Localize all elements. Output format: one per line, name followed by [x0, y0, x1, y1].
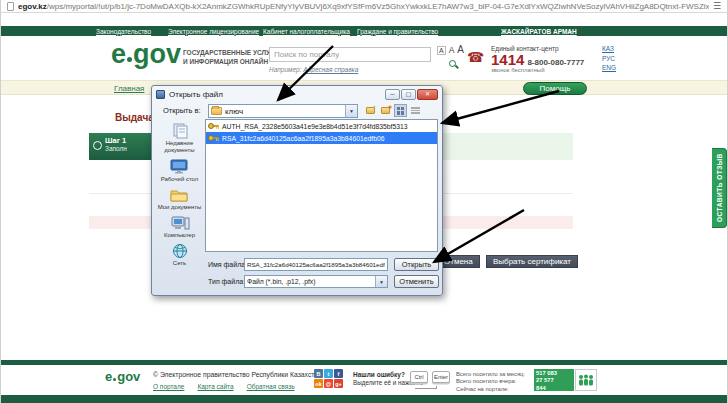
font-size-small-button[interactable]: A [437, 46, 446, 55]
open-button[interactable]: Открыть [394, 258, 439, 271]
recent-documents-icon [170, 122, 190, 139]
my-documents-icon [169, 187, 189, 203]
footer-logo-e: e [105, 371, 112, 382]
keycap-connector [415, 386, 437, 389]
user-account-link[interactable]: ЖАСКАЙРАТОВ АРМАН [501, 28, 577, 35]
lang-rus-link[interactable]: РУС [602, 54, 616, 64]
file-list: AUTH_RSA_2328e5603a41e9e3e8b4d51e3f7d4fd… [205, 119, 438, 252]
odnoklassniki-icon[interactable]: ok [314, 379, 323, 388]
sidebar-item-my-documents[interactable]: Мои документы [158, 187, 202, 211]
hint-example-link[interactable]: Адресная справка [303, 66, 358, 73]
footer-copyright: © Электронное правительство Республики К… [153, 371, 322, 378]
footer-bottom-bar [1, 395, 727, 403]
mailru-icon[interactable]: @ [324, 379, 333, 388]
url-text[interactable]: egov.kz/wps/myportal/!ut/p/b1/jc-7DoMwDA… [18, 2, 709, 11]
dialog-title: Открыть файл [169, 90, 223, 99]
sidebar-item-desktop[interactable]: Рабочий стол [161, 158, 199, 183]
site-header: e gov ГОСУДАРСТВЕННЫЕ УСЛУГИ И ИНФОРМАЦИ… [1, 36, 727, 80]
dropdown-arrow-icon[interactable]: ▼ [375, 276, 387, 287]
file-row-rsa-selected[interactable]: RSA_31fc2a6d40125ac6aa2f1895a3a3b84601ed… [206, 132, 437, 144]
look-in-row: Открыть в: ключ ▼ ↑ ✱ [152, 103, 442, 118]
logo-gov: gov [133, 43, 181, 65]
search-hint: Например: Адресная справка [269, 66, 358, 73]
footer-link-feedback[interactable]: Обратная связь [247, 383, 295, 390]
egov-logo[interactable]: e gov [111, 43, 181, 65]
step-number: Шаг 1 [105, 136, 149, 145]
minimize-button[interactable]: ─ [385, 89, 400, 100]
font-size-large-button[interactable]: A [457, 44, 464, 55]
cancel-button[interactable]: Отмена [437, 255, 480, 268]
search-icon[interactable] [449, 60, 456, 67]
view-menu-button[interactable] [394, 104, 407, 117]
font-size-controls: A A A [437, 44, 464, 55]
footer-link-sitemap[interactable]: Карта сайта [197, 383, 233, 390]
details-view-button[interactable] [409, 104, 422, 117]
top-nav-bar: Законодательство Электронное лицензирова… [1, 26, 727, 36]
google-plus-icon[interactable]: g+ [334, 379, 343, 388]
contact-short-number: 1414 [491, 52, 524, 67]
sidebar-label: Компьютер [164, 232, 195, 239]
nav-link-citizens-government[interactable]: Граждане и правительство [357, 28, 438, 35]
dropdown-arrow-icon[interactable]: ▼ [345, 105, 357, 117]
sidebar-item-computer[interactable]: Компьютер [164, 215, 195, 239]
browser-menu-icon[interactable]: ☰ [713, 2, 721, 11]
dialog-title-bar[interactable]: Открыть файл ─ ▢ ✕ [152, 86, 442, 102]
footer-logo-dot-icon [113, 378, 116, 381]
footer-links: О портале Карта сайта Обратная связь [153, 383, 295, 390]
filename-input[interactable] [244, 258, 388, 271]
ctrl-keycap: Ctrl [410, 371, 428, 383]
lang-eng-link[interactable]: ENG [602, 63, 616, 73]
user-caret-icon[interactable]: ▾ [569, 28, 572, 35]
folder-icon [211, 107, 222, 115]
filename-label: Имя файла: [208, 261, 247, 268]
tagline-line1: ГОСУДАРСТВЕННЫЕ УСЛУГИ [183, 49, 278, 58]
dialog-cancel-button[interactable]: Отменить [394, 275, 439, 288]
language-switcher: КАЗ РУС ENG [602, 44, 616, 73]
page-icon [7, 2, 14, 11]
twitter-icon[interactable]: t [324, 369, 333, 378]
visitors-counter-widget [575, 369, 597, 391]
dialog-toolbar: ↑ ✱ [364, 104, 422, 117]
browser-address-bar[interactable]: egov.kz/wps/myportal/!ut/p/b1/jc-7DoMwDA… [1, 0, 727, 13]
stat-value-now: 844 [536, 385, 574, 392]
enter-keycap: Enter [432, 371, 450, 383]
lang-kaz-link[interactable]: КАЗ [602, 44, 616, 54]
dialog-app-icon [156, 90, 165, 99]
sidebar-item-network[interactable]: Сеть [171, 243, 189, 267]
leave-feedback-tab[interactable]: ОСТАВИТЬ ОТЗЫВ [712, 148, 727, 228]
filetype-label: Тип файла: [208, 278, 245, 285]
logo-dot-icon [127, 57, 132, 62]
select-certificate-button[interactable]: Выбрать сертификат [486, 255, 578, 268]
sidebar-label: Рабочий стол [161, 176, 199, 183]
help-button[interactable]: Помощь [523, 82, 587, 95]
facebook-icon[interactable]: f [334, 369, 343, 378]
filetype-dropdown[interactable]: Файл (*.bin, .p12, .pfx) ▼ [244, 275, 388, 288]
stat-label-now: Сейчас на портале: [456, 386, 525, 393]
nav-link-taxpayer-cabinet[interactable]: Кабинет налогоплательщика [263, 28, 350, 35]
search-input[interactable] [269, 47, 431, 62]
nav-link-legislation[interactable]: Законодательство [96, 28, 151, 35]
step-icon [93, 141, 102, 150]
logo-tagline: ГОСУДАРСТВЕННЫЕ УСЛУГИ И ИНФОРМАЦИЯ ОНЛА… [183, 49, 278, 66]
visitor-stats-labels: Всего посетило за месяц: Всего посетило … [456, 371, 525, 393]
vk-icon[interactable]: В [314, 369, 323, 378]
footer-link-about[interactable]: О портале [153, 383, 184, 390]
annotation-arrow-file [442, 91, 559, 123]
contact-center-block: Единый контакт-центр 1414 8-800-080-7777… [491, 45, 584, 73]
nav-link-e-licensing[interactable]: Электронное лицензирование [168, 28, 259, 35]
new-folder-button[interactable]: ✱ [379, 104, 392, 117]
breadcrumb-home-link[interactable]: Главная [114, 84, 144, 93]
key-icon [208, 134, 219, 142]
step-badge: Шаг 1 Заполн [89, 133, 152, 160]
font-size-medium-button[interactable]: A [449, 45, 455, 55]
file-row-auth-rsa[interactable]: AUTH_RSA_2328e5603a41e9e3e8b4d51e3f7d4fd… [206, 120, 437, 132]
up-one-level-button[interactable]: ↑ [364, 104, 377, 117]
maximize-button[interactable]: ▢ [401, 89, 416, 100]
url-path: /wps/myportal/!ut/p/b1/jc-7DoMwDAXQb-kX2… [47, 2, 709, 11]
close-button[interactable]: ✕ [417, 89, 438, 100]
key-icon [208, 122, 219, 130]
sidebar-item-recent-documents[interactable]: Недавние документы [156, 122, 203, 153]
tagline-line2: И ИНФОРМАЦИЯ ОНЛАЙН [183, 58, 278, 67]
footer-logo[interactable]: e gov [105, 371, 140, 382]
look-in-dropdown[interactable]: ключ ▼ [208, 104, 358, 118]
